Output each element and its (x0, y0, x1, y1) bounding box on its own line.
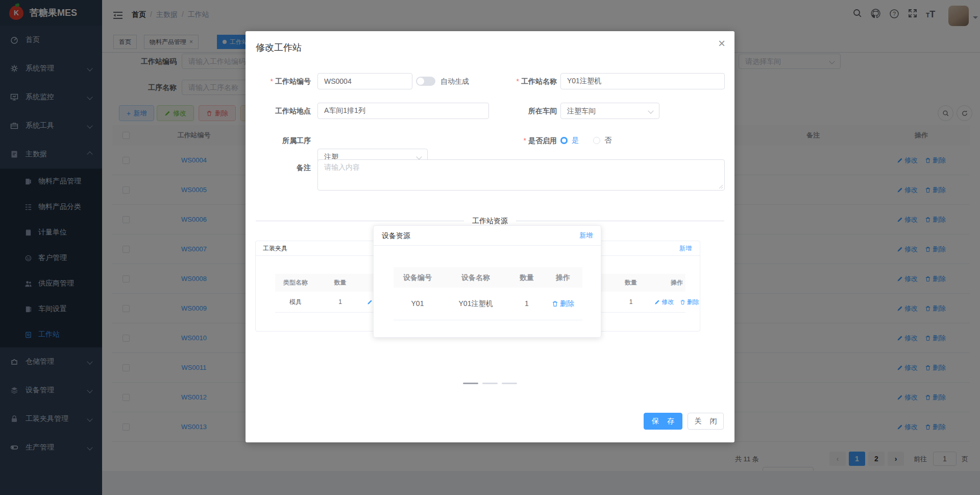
device-table-header: 设备编号 设备名称 数量 操作 (394, 267, 582, 288)
pencil-icon (367, 299, 373, 305)
name-label: 工作站名称 (478, 73, 557, 89)
radio-no[interactable]: 否 (593, 136, 611, 145)
device-resource-card: 设备资源 新增 设备编号 设备名称 数量 操作 Y01 Y01注塑机 1 删除 (373, 225, 601, 338)
radio-dot (560, 137, 568, 144)
enabled-radio-group: 是 否 (560, 132, 626, 149)
chevron-down-icon (416, 154, 422, 159)
device-card-header: 设备资源 新增 (374, 226, 601, 246)
save-button[interactable]: 保 存 (644, 413, 682, 430)
device-delete-link[interactable]: 删除 (552, 288, 574, 320)
code-input[interactable] (317, 73, 412, 89)
code-label: 工作站编号 (246, 73, 311, 89)
carousel-indicators (246, 383, 734, 384)
auto-generate-label: 自动生成 (440, 73, 469, 89)
divider-label: 工作站资源 (464, 217, 516, 226)
carousel-indicator-3[interactable] (502, 383, 517, 384)
carousel-indicator-2[interactable] (482, 383, 498, 384)
pencil-icon (654, 299, 660, 305)
carousel-indicator-1[interactable] (463, 383, 478, 384)
workshop-label: 所在车间 (478, 103, 557, 119)
dialog-close-button[interactable]: 关 闭 (688, 413, 724, 430)
location-label: 工作站地点 (246, 103, 311, 119)
right-edit-link[interactable]: 修改 (654, 292, 674, 312)
auto-generate-switch[interactable] (416, 77, 435, 86)
name-input[interactable] (560, 73, 725, 89)
device-card-title: 设备资源 (382, 231, 410, 240)
device-table-row: Y01 Y01注塑机 1 删除 (394, 288, 582, 320)
location-input[interactable] (317, 103, 489, 119)
resize-grip-icon[interactable] (719, 184, 723, 189)
process-label: 所属工序 (246, 132, 311, 149)
radio-yes[interactable]: 是 (560, 136, 579, 145)
workshop-select[interactable]: 注塑车间 (560, 103, 659, 119)
trash-icon (680, 299, 685, 305)
edit-workstation-dialog: 修改工作站 × 工作站编号 自动生成 工作站名称 工作站地点 所在车间 注塑车间… (246, 31, 734, 442)
close-icon[interactable]: × (718, 37, 725, 50)
device-add-link[interactable]: 新增 (579, 226, 593, 245)
dialog-title: 修改工作站 (256, 41, 302, 54)
app-root: K 苦糖果MES 首页 系统管理 系统监控 系统工具 主数据 (0, 0, 980, 495)
remark-textarea[interactable] (317, 159, 725, 191)
remark-label: 备注 (246, 159, 311, 176)
chevron-down-icon (648, 108, 653, 113)
right-delete-link[interactable]: 删除 (680, 292, 699, 312)
right-card-add-link[interactable]: 新增 (679, 241, 692, 255)
radio-dot (593, 137, 600, 144)
enabled-label: 是否启用 (478, 132, 557, 149)
trash-icon (552, 300, 558, 307)
